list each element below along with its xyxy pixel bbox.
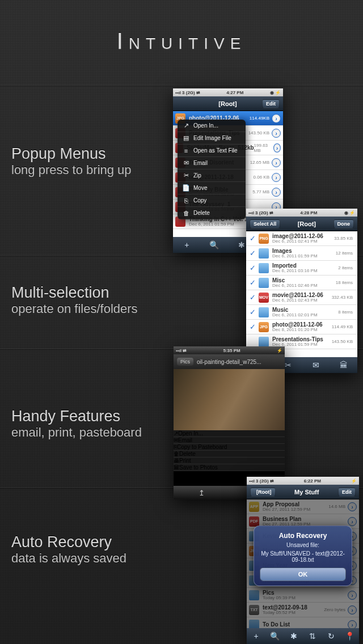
- status-bar: ••ıl3 (2G) ⇄ 4:28 PM ◉ ⚡: [246, 209, 357, 217]
- mail-icon[interactable]: ✉: [302, 361, 330, 370]
- folder-icon: [259, 337, 269, 347]
- ok-button[interactable]: OK: [260, 567, 346, 581]
- popup-item[interactable]: 🖶Print: [174, 457, 285, 464]
- file-row[interactable]: ✓ PNG image@2011-12-06Dec 6, 2011 02:41 …: [246, 231, 357, 246]
- back-button[interactable]: Pics: [177, 358, 193, 366]
- page-title: Intuitive: [0, 0, 363, 54]
- detail-chevron-icon[interactable]: ›: [272, 158, 281, 167]
- edit-button[interactable]: Edit: [262, 99, 280, 108]
- popup-item[interactable]: ≡Open as Text File: [178, 145, 246, 157]
- popup-item[interactable]: ▤Edit Image File: [178, 132, 246, 145]
- file-row[interactable]: ✓ JPG photo@2011-12-06Dec 8, 2011 01:20 …: [246, 320, 357, 334]
- nav-title: [Root]: [193, 100, 262, 107]
- search-icon[interactable]: 🔍: [265, 632, 284, 641]
- popup-item-icon: ≡: [182, 147, 190, 154]
- popup-item[interactable]: ⎘Copy: [178, 194, 246, 207]
- checkbox[interactable]: [248, 338, 256, 346]
- nav-bar: Select All [Root] Done: [246, 217, 357, 231]
- detail-chevron-icon[interactable]: ›: [272, 188, 281, 197]
- toolbar: + 🔍 ✱ ⇅ ↻ 📍: [247, 628, 359, 644]
- checkbox[interactable]: ✓: [248, 294, 256, 302]
- add-icon[interactable]: +: [173, 240, 201, 249]
- done-button[interactable]: Done: [334, 219, 354, 228]
- image-preview: [174, 369, 285, 430]
- alert-dialog: Auto Recovery Unsaved file: My Stuff/UNS…: [254, 526, 352, 586]
- nav-title: My Stuff: [276, 489, 339, 495]
- add-icon[interactable]: +: [247, 632, 265, 641]
- popup-item[interactable]: 🗑Delete: [178, 207, 246, 219]
- popup-item-icon: ⎘: [182, 197, 190, 204]
- file-row[interactable]: ✓ MiscDec 6, 2011 02:46 PM 18 items: [246, 276, 357, 290]
- search-icon[interactable]: 🔍: [201, 240, 229, 249]
- popup-item[interactable]: 🗑Delete: [174, 451, 285, 457]
- detail-chevron-icon[interactable]: ›: [348, 517, 357, 526]
- app-icon: APP: [249, 502, 259, 512]
- nav-bar: Pics oil-painting-detail_w725...: [174, 354, 285, 369]
- file-row[interactable]: APP App ProposalDec 27, 2011 12:59 PM 14…: [247, 499, 359, 514]
- back-button[interactable]: [Root]: [250, 488, 276, 497]
- detail-chevron-icon[interactable]: ›: [273, 143, 281, 152]
- popup-item[interactable]: ✉Email: [178, 157, 246, 170]
- checkbox[interactable]: ✓: [248, 308, 256, 316]
- png-icon: PNG: [259, 234, 269, 244]
- checkbox[interactable]: ✓: [248, 264, 256, 272]
- detail-chevron-icon[interactable]: ›: [272, 114, 281, 123]
- file-row[interactable]: ✓ ImportedDec 6, 2011 03:16 PM 2 items: [246, 261, 357, 276]
- popup-item-icon: 🖶: [174, 457, 179, 464]
- status-bar: ••ıl3 (2G) ⇄ 4:27 PM ◉ ⚡: [173, 88, 283, 96]
- popup-item-icon: 🗑: [182, 210, 190, 217]
- popup-item[interactable]: ✂Zip: [178, 170, 246, 182]
- popup-item-icon: ✂: [182, 172, 190, 179]
- file-row[interactable]: ✓ ImagesDec 6, 2011 01:59 PM 12 items: [246, 246, 357, 261]
- checkbox[interactable]: ✓: [248, 279, 256, 287]
- popup-item[interactable]: 🏛Save to Photos: [174, 464, 285, 471]
- file-row[interactable]: PicsToday 05:39 PM ›: [247, 588, 359, 603]
- file-row[interactable]: ✓ MusicDec 6, 2011 02:01 PM 8 items: [246, 305, 357, 320]
- refresh-icon[interactable]: ↻: [322, 632, 340, 641]
- alert-text: My Stuff/UNSAVED - text@2012-09-18.txt: [260, 550, 346, 563]
- pin-icon[interactable]: 📍: [340, 632, 359, 641]
- select-all-button[interactable]: Select All: [250, 219, 280, 228]
- popup-item-icon: 🏛: [174, 464, 179, 471]
- popup-item-icon: ▤: [182, 134, 190, 142]
- pdf-icon: PDF: [249, 516, 259, 527]
- share-icon[interactable]: ↥: [199, 489, 205, 497]
- popup-item[interactable]: ⎘Copy to Pasteboard: [174, 444, 285, 451]
- edit-button[interactable]: Edit: [338, 488, 356, 497]
- checkbox[interactable]: ✓: [248, 323, 256, 331]
- nav-bar: [Root] Edit: [173, 96, 283, 111]
- folder-icon: [249, 590, 259, 600]
- screenshot-recovery: ••ıl3 (2G) ⇄ 6:22 PM ⚡ [Root] My Stuff E…: [247, 477, 359, 644]
- popup-item-icon: ✉: [182, 159, 190, 167]
- popup-item-icon: 🗑: [174, 451, 179, 457]
- mov-icon: MOV: [259, 293, 269, 303]
- file-row[interactable]: TXT text@2012-09-18Today 05:52 PM Zero b…: [247, 603, 359, 617]
- file-row[interactable]: ✓ MOV movie@2011-12-06Dec 6, 2011 02:43 …: [246, 290, 357, 305]
- txt-icon: TXT: [249, 605, 259, 615]
- checkbox[interactable]: ✓: [248, 235, 256, 243]
- detail-chevron-icon[interactable]: ›: [348, 591, 357, 600]
- detail-chevron-icon[interactable]: ›: [272, 129, 281, 138]
- jpg-icon: JPG: [259, 322, 269, 332]
- popup-item[interactable]: ↗Open In...: [178, 120, 246, 132]
- sort-icon[interactable]: ⇅: [303, 632, 322, 641]
- alert-text: Unsaved file:: [260, 542, 346, 548]
- detail-chevron-icon[interactable]: ›: [348, 605, 357, 615]
- folder-icon: [259, 278, 269, 288]
- detail-chevron-icon[interactable]: ›: [272, 173, 281, 182]
- alert-title: Auto Recovery: [260, 532, 346, 540]
- nav-title: oil-painting-detail_w725...: [197, 359, 261, 365]
- status-bar: ••ıl3 (2G) ⇄ 6:22 PM ⚡: [247, 477, 359, 485]
- gear-icon[interactable]: ✱: [284, 632, 303, 641]
- popup-item-icon: 📄: [182, 184, 190, 192]
- trash-icon[interactable]: 🏛: [330, 361, 357, 370]
- popup-item[interactable]: 📄Move: [178, 182, 246, 194]
- checkbox[interactable]: ✓: [248, 249, 256, 257]
- popup-item[interactable]: ↗Open In...: [174, 430, 285, 437]
- detail-chevron-icon[interactable]: ›: [348, 502, 357, 511]
- popup-item[interactable]: ✉Email: [174, 437, 285, 444]
- folder-icon: [259, 307, 269, 317]
- folder-icon: [259, 263, 269, 273]
- popup-item-icon: ↗: [182, 122, 190, 129]
- folder-icon: [259, 248, 269, 259]
